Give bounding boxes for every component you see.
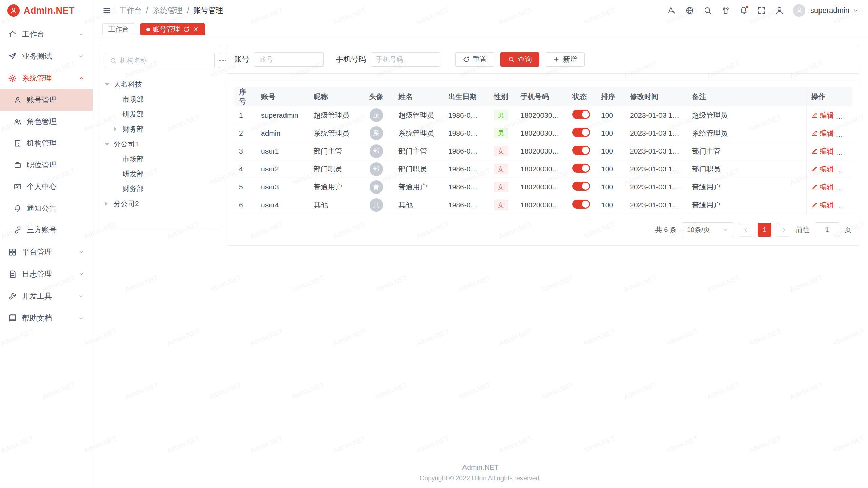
- logo[interactable]: Admin.NET: [0, 0, 93, 21]
- tree-node-company[interactable]: 大名科技: [105, 77, 214, 92]
- grid-icon: [8, 248, 17, 257]
- tree-node-label: 分公司1: [114, 139, 139, 149]
- status-toggle[interactable]: [572, 200, 590, 209]
- sidebar-item-position-management[interactable]: 职位管理: [0, 154, 93, 176]
- sidebar-item-role-management[interactable]: 角色管理: [0, 111, 93, 133]
- column-header: 备注: [687, 87, 806, 106]
- phone-filter-input[interactable]: [371, 52, 440, 67]
- sidebar-item-label: 开发工具: [22, 291, 52, 301]
- search-icon: [110, 57, 117, 64]
- theme-icon[interactable]: [721, 6, 730, 15]
- username[interactable]: superadmin: [810, 6, 849, 15]
- more-actions-button[interactable]: [843, 134, 850, 135]
- globe-icon[interactable]: [685, 6, 694, 15]
- cell-remark: 部门主管: [687, 142, 806, 160]
- edit-button[interactable]: 编辑: [811, 128, 834, 138]
- edit-button[interactable]: 编辑: [811, 110, 834, 120]
- sidebar-item-platform-management[interactable]: 平台管理: [0, 241, 93, 263]
- org-search-input[interactable]: [120, 57, 210, 64]
- edit-button[interactable]: 编辑: [811, 164, 834, 174]
- bell-icon[interactable]: [739, 6, 748, 15]
- query-button[interactable]: 查询: [500, 52, 539, 67]
- sidebar-item-dev-tools[interactable]: 开发工具: [0, 285, 93, 307]
- sidebar-item-notice[interactable]: 通知公告: [0, 198, 93, 219]
- more-actions-button[interactable]: [843, 116, 850, 117]
- page-number-button[interactable]: 1: [758, 223, 771, 237]
- right-column: 账号 手机号码 重置 查询 新增: [226, 45, 860, 246]
- cell-remark: 系统管理员: [687, 124, 806, 142]
- tree-node-dept[interactable]: 研发部: [114, 107, 214, 122]
- edit-button[interactable]: 编辑: [811, 200, 834, 210]
- caret-right-icon[interactable]: [114, 127, 119, 131]
- sidebar-item-workbench[interactable]: 工作台: [0, 23, 93, 45]
- fullscreen-icon[interactable]: [757, 6, 766, 15]
- cell-modified: 2023-01-03 10:59:44: [625, 196, 687, 214]
- more-actions-button[interactable]: [843, 151, 850, 153]
- sidebar-item-help-docs[interactable]: 帮助文档: [0, 307, 93, 329]
- goto-page-input[interactable]: [815, 222, 839, 237]
- status-toggle[interactable]: [572, 146, 590, 155]
- cell-sort: 100: [596, 106, 625, 124]
- table-header-row: 序号 账号 昵称 头像 姓名 出生日期 性别 手机号码 状态 排序 修改时间: [234, 87, 852, 106]
- tree-node-dept[interactable]: 研发部: [114, 166, 214, 181]
- user-settings-icon[interactable]: [775, 6, 784, 15]
- caret-down-icon[interactable]: [105, 83, 110, 86]
- cell-account: admin: [256, 124, 309, 142]
- cell-birthday: 1986-06-28: [443, 142, 486, 160]
- tree-node-dept[interactable]: 市场部: [114, 92, 214, 107]
- sidebar-item-third-party-account[interactable]: 三方账号: [0, 219, 93, 241]
- tab-refresh-icon[interactable]: [183, 26, 190, 33]
- tree-node-branch-2[interactable]: 分公司2: [105, 196, 214, 211]
- status-toggle[interactable]: [572, 182, 590, 191]
- search-icon[interactable]: [703, 6, 712, 15]
- account-filter-input[interactable]: [254, 52, 324, 67]
- caret-right-icon[interactable]: [105, 201, 110, 206]
- tree-node-dept[interactable]: 财务部: [114, 181, 214, 196]
- sidebar-item-organization-management[interactable]: 机构管理: [0, 133, 93, 154]
- caret-down-icon[interactable]: [105, 143, 110, 146]
- avatar: 部: [370, 162, 383, 176]
- chevron-down-icon[interactable]: [853, 8, 859, 13]
- sidebar-item-system-management[interactable]: 系统管理: [0, 67, 93, 89]
- column-header: 账号: [256, 87, 309, 106]
- sidebar-item-label: 通知公告: [27, 203, 57, 214]
- cell-phone: 18020030720: [516, 124, 568, 142]
- page-size-value: 10条/页: [687, 225, 710, 235]
- cell-nickname: 部门主管: [309, 142, 359, 160]
- status-toggle[interactable]: [572, 164, 590, 173]
- sidebar-item-account-management[interactable]: 账号管理: [0, 89, 93, 111]
- tree-node-branch-1[interactable]: 分公司1: [105, 137, 214, 151]
- edit-button[interactable]: 编辑: [811, 182, 834, 192]
- cell-name: 系统管理员: [394, 124, 443, 142]
- edit-button[interactable]: 编辑: [811, 146, 834, 156]
- avatar[interactable]: [793, 4, 805, 17]
- sidebar-item-log-management[interactable]: 日志管理: [0, 263, 93, 285]
- breadcrumb-item[interactable]: 工作台: [119, 5, 142, 16]
- cell-account: superadmin: [256, 106, 309, 124]
- more-actions-button[interactable]: [843, 169, 850, 171]
- add-button[interactable]: 新增: [546, 52, 585, 67]
- sidebar-item-business-test[interactable]: 业务测试: [0, 45, 93, 67]
- status-toggle[interactable]: [572, 128, 590, 137]
- cell-modified: 2023-01-03 10:59:44: [625, 124, 687, 142]
- topbar: 工作台 / 系统管理 / 账号管理 superadmin: [93, 0, 868, 21]
- breadcrumb-item[interactable]: 系统管理: [153, 5, 182, 16]
- hamburger-menu-icon[interactable]: [102, 6, 111, 15]
- reset-button[interactable]: 重置: [455, 52, 494, 67]
- tree-node-dept[interactable]: 市场部: [114, 151, 214, 166]
- status-toggle[interactable]: [572, 110, 590, 119]
- tree-node-dept[interactable]: 财务部: [114, 122, 214, 137]
- prev-page-button[interactable]: [739, 223, 752, 237]
- tab-account-management[interactable]: 账号管理: [140, 23, 205, 35]
- next-page-button[interactable]: [777, 223, 790, 237]
- table-panel: 序号 账号 昵称 头像 姓名 出生日期 性别 手机号码 状态 排序 修改时间: [226, 79, 860, 246]
- sidebar-item-personal-center[interactable]: 个人中心: [0, 176, 93, 198]
- page-size-select[interactable]: 10条/页: [682, 222, 733, 237]
- tab-close-icon[interactable]: [193, 26, 199, 33]
- tab-workbench[interactable]: 工作台: [102, 23, 135, 35]
- font-size-icon[interactable]: [667, 6, 676, 15]
- edit-icon: [811, 184, 818, 190]
- more-actions-button[interactable]: [843, 205, 850, 207]
- more-actions-button[interactable]: [843, 187, 850, 189]
- edit-button-label: 编辑: [820, 146, 834, 156]
